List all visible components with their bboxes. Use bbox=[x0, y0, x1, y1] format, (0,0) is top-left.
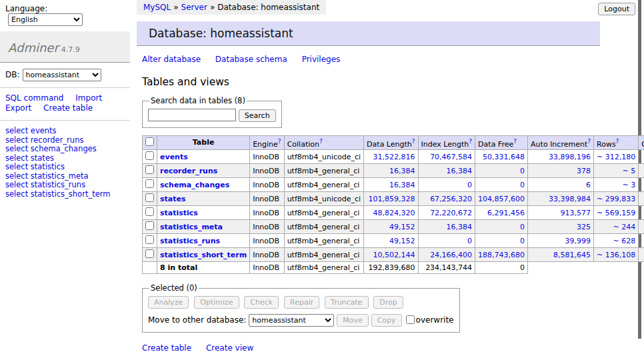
stat-link[interactable]: 16,384 bbox=[389, 167, 415, 175]
stat-link[interactable]: 10,502,144 bbox=[373, 251, 415, 259]
stat-link[interactable]: 0 bbox=[520, 223, 525, 231]
stat-link[interactable]: 72,220,672 bbox=[430, 209, 472, 217]
stat-link[interactable]: 39,999 bbox=[565, 237, 591, 245]
db-select[interactable]: homeassistant bbox=[23, 69, 101, 81]
check-button[interactable]: Check bbox=[244, 296, 279, 309]
column-help-link[interactable]: ? bbox=[587, 138, 591, 145]
stat-link[interactable]: ~ 136,108 bbox=[597, 251, 635, 259]
create-table-link[interactable]: Create table bbox=[43, 103, 93, 113]
stat-link[interactable]: 0 bbox=[467, 181, 472, 189]
adminer-logo-link[interactable]: Adminer bbox=[8, 41, 59, 55]
column-help-link[interactable]: ? bbox=[412, 138, 415, 145]
stat-link[interactable]: 0 bbox=[520, 167, 525, 175]
import-link[interactable]: Import bbox=[75, 93, 102, 103]
column-help-link[interactable]: ? bbox=[616, 138, 619, 145]
stat-link[interactable]: 0 bbox=[520, 181, 525, 189]
table-name-link[interactable]: recorder_runs bbox=[160, 167, 217, 175]
stat-link[interactable]: ~ 569,159 bbox=[597, 209, 635, 217]
breadcrumb-mysql-link[interactable]: MySQL bbox=[143, 3, 171, 12]
stat-link[interactable]: 101,859,328 bbox=[369, 195, 415, 203]
alter-database-link[interactable]: Alter database bbox=[142, 55, 201, 64]
row-checkbox[interactable] bbox=[145, 249, 154, 258]
analyze-button[interactable]: Analyze bbox=[148, 296, 189, 309]
stat-link[interactable]: 31,522,816 bbox=[373, 153, 415, 161]
stat-link[interactable]: 24,166,400 bbox=[430, 251, 472, 259]
create-view-link[interactable]: Create view bbox=[206, 343, 253, 353]
row-checkbox[interactable] bbox=[145, 221, 154, 230]
stat-link[interactable]: 16,384 bbox=[447, 223, 473, 231]
stat-link[interactable]: 104,857,600 bbox=[478, 195, 525, 203]
search-button[interactable]: Search bbox=[239, 109, 276, 122]
row-checkbox[interactable] bbox=[145, 235, 154, 244]
row-checkbox[interactable] bbox=[145, 165, 154, 174]
logout-button[interactable]: Logout bbox=[598, 3, 635, 15]
stat-link[interactable]: 16,384 bbox=[389, 181, 415, 189]
database-schema-link[interactable]: Database schema bbox=[215, 55, 287, 64]
table-name-link[interactable]: statistics_runs bbox=[160, 237, 220, 245]
row-checkbox[interactable] bbox=[145, 193, 154, 202]
stat-link[interactable]: 378 bbox=[577, 167, 591, 175]
stat-link[interactable]: ~ 299,833 bbox=[597, 195, 635, 203]
stat-link[interactable]: 48,824,320 bbox=[373, 209, 415, 217]
stat-link[interactable]: ~ 244 bbox=[613, 223, 635, 231]
stat-link[interactable]: 67,256,320 bbox=[430, 195, 472, 203]
stat-link[interactable]: 6 bbox=[586, 181, 591, 189]
check-all-checkbox[interactable] bbox=[145, 137, 154, 146]
stat-link[interactable]: 0 bbox=[467, 237, 472, 245]
table-name-link[interactable]: statistics_short_term bbox=[160, 251, 247, 259]
truncate-button[interactable]: Truncate bbox=[325, 296, 368, 309]
stat-link[interactable]: ~ 5 bbox=[622, 167, 635, 175]
overwrite-checkbox[interactable] bbox=[406, 315, 415, 324]
column-help-link[interactable]: ? bbox=[469, 138, 472, 145]
table-row-recorder_runs: recorder_runsInnoDButf8mb4_general_ci16,… bbox=[143, 164, 644, 178]
stat-link[interactable]: 913,577 bbox=[561, 209, 591, 217]
stat-link[interactable]: 6,291,456 bbox=[487, 209, 525, 217]
sql-command-link[interactable]: SQL command bbox=[5, 93, 63, 103]
breadcrumb-server-link[interactable]: Server bbox=[181, 3, 207, 12]
language-select[interactable]: English bbox=[8, 13, 83, 26]
table-name-link[interactable]: events bbox=[160, 153, 188, 161]
sidebar-item-select-statistics-short-term[interactable]: select statistics_short_term bbox=[5, 190, 125, 199]
copy-button[interactable]: Copy bbox=[371, 314, 402, 327]
table-name-link[interactable]: schema_changes bbox=[160, 181, 229, 189]
search-input[interactable] bbox=[148, 109, 236, 121]
column-help-link[interactable]: ? bbox=[278, 138, 281, 145]
stat-link[interactable]: 325 bbox=[577, 223, 591, 231]
stat-link[interactable]: 16,384 bbox=[447, 167, 473, 175]
stat-link[interactable]: ~ 3 bbox=[622, 181, 635, 189]
column-help-link[interactable]: ? bbox=[513, 138, 517, 145]
stat-link[interactable]: 33,898,196 bbox=[549, 153, 591, 161]
sidebar-item-select-recorder-runs[interactable]: select recorder_runs bbox=[5, 136, 125, 145]
row-checkbox[interactable] bbox=[145, 151, 154, 160]
table-name-link[interactable]: statistics bbox=[160, 209, 198, 217]
sidebar-item-select-events[interactable]: select events bbox=[5, 127, 125, 136]
move-button[interactable]: Move bbox=[337, 314, 369, 327]
stat-link[interactable]: 70,467,584 bbox=[430, 153, 472, 161]
table-name-link[interactable]: statistics_meta bbox=[160, 223, 223, 231]
table-name-link[interactable]: states bbox=[160, 195, 186, 203]
stat-link[interactable]: 49,152 bbox=[389, 237, 415, 245]
optimize-button[interactable]: Optimize bbox=[194, 296, 239, 309]
stat-link[interactable]: 188,743,680 bbox=[478, 251, 525, 259]
stat-link[interactable]: 49,152 bbox=[389, 223, 415, 231]
row-checkbox[interactable] bbox=[145, 179, 154, 188]
row-checkbox[interactable] bbox=[145, 207, 154, 216]
sidebar-item-select-statistics[interactable]: select statistics bbox=[5, 163, 125, 172]
sidebar-item-select-statistics-runs[interactable]: select statistics_runs bbox=[5, 181, 125, 190]
create-table-link-bottom[interactable]: Create table bbox=[142, 343, 191, 353]
sidebar-item-select-states[interactable]: select states bbox=[5, 154, 125, 163]
column-help-link[interactable]: ? bbox=[319, 138, 323, 145]
stat-link[interactable]: 8,581,645 bbox=[553, 251, 591, 259]
sidebar-item-select-schema-changes[interactable]: select schema_changes bbox=[5, 145, 125, 154]
export-link[interactable]: Export bbox=[5, 103, 31, 113]
stat-link[interactable]: ~ 312,180 bbox=[597, 153, 635, 161]
privileges-link[interactable]: Privileges bbox=[302, 55, 341, 64]
stat-link[interactable]: ~ 628 bbox=[613, 237, 635, 245]
repair-button[interactable]: Repair bbox=[284, 296, 319, 309]
sidebar-item-select-statistics-meta[interactable]: select statistics_meta bbox=[5, 172, 125, 181]
move-db-select[interactable]: homeassistant bbox=[249, 314, 334, 327]
drop-button[interactable]: Drop bbox=[373, 296, 403, 309]
stat-link[interactable]: 33,398,984 bbox=[549, 195, 591, 203]
stat-link[interactable]: 0 bbox=[520, 237, 525, 245]
stat-link[interactable]: 50,331,648 bbox=[483, 153, 525, 161]
